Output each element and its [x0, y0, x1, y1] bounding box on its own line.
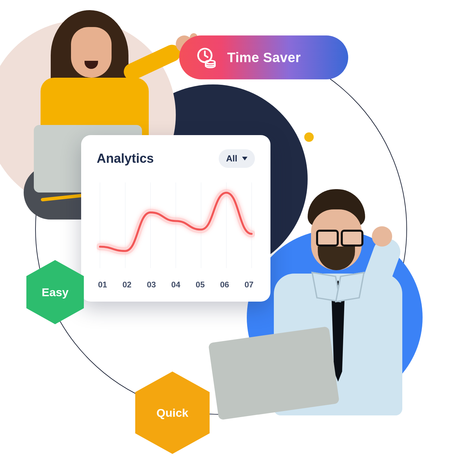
clock-coins-icon	[196, 47, 218, 68]
chevron-down-icon	[242, 157, 247, 160]
accent-dot	[304, 132, 314, 142]
analytics-card-header: Analytics All	[97, 149, 255, 168]
quick-badge-label: Quick	[157, 406, 188, 419]
x-tick: 01	[98, 280, 107, 289]
person-1-face	[71, 27, 112, 78]
x-tick: 06	[220, 280, 229, 289]
x-tick: 02	[122, 280, 132, 289]
analytics-filter-dropdown[interactable]: All	[219, 149, 255, 168]
analytics-line-chart	[97, 175, 255, 276]
hero-illustration: Time Saver Analytics All 01020304050607	[0, 0, 476, 460]
x-tick: 03	[147, 280, 156, 289]
analytics-filter-label: All	[226, 153, 237, 164]
time-saver-pill: Time Saver	[179, 35, 348, 79]
person-2-hand	[372, 226, 392, 247]
analytics-title: Analytics	[97, 151, 154, 166]
analytics-x-axis: 01020304050607	[97, 277, 255, 291]
time-saver-label: Time Saver	[227, 50, 301, 65]
x-tick: 04	[171, 280, 181, 289]
glasses-icon	[316, 230, 363, 243]
person-2	[237, 189, 426, 432]
person-1-arm	[121, 42, 183, 83]
x-tick: 05	[196, 280, 205, 289]
easy-badge-label: Easy	[42, 286, 68, 299]
